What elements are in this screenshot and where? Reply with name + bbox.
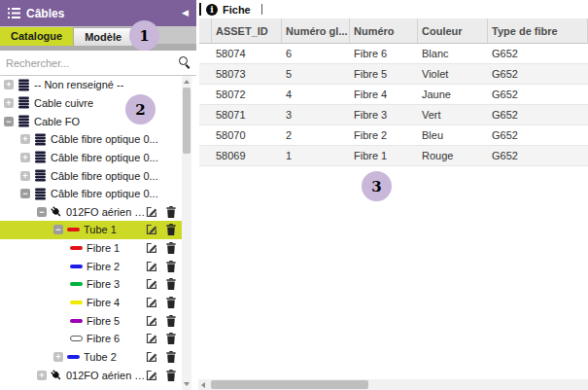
expand-icon[interactable]: + (20, 153, 30, 162)
cable-stack-icon (34, 151, 47, 163)
tree-item[interactable]: +Câble fibre optique 0... (0, 130, 182, 149)
table-cell: 6 (282, 44, 350, 63)
scroll-left-icon[interactable] (201, 382, 205, 388)
column-header[interactable]: Numéro gl... (282, 18, 350, 43)
tree-item[interactable]: −012FO aérien G6... (0, 202, 182, 221)
tree-item-label: Câble fibre optique 0... (51, 188, 158, 199)
column-header[interactable]: Couleur (418, 18, 488, 43)
vertical-scrollbar-thumb[interactable] (183, 88, 190, 154)
trash-icon[interactable] (166, 351, 176, 363)
tree-item-actions (146, 315, 182, 327)
table-row[interactable]: 580702Fibre 2BleuG652 (199, 125, 588, 146)
edit-icon[interactable] (146, 278, 157, 290)
table-cell: 4 (282, 85, 350, 104)
expand-icon[interactable]: + (4, 98, 14, 108)
collapse-icon[interactable]: − (37, 207, 47, 217)
tree-item[interactable]: +-- Non renseigné -- (0, 76, 182, 94)
edit-icon[interactable] (146, 351, 157, 363)
table-row[interactable]: 580724Fibre 4JauneG652 (199, 85, 588, 105)
expand-icon[interactable]: + (4, 80, 14, 89)
tree-item-actions (146, 333, 182, 344)
fibre-color-dash-icon (70, 301, 83, 304)
search-input[interactable] (0, 51, 196, 75)
table-header-row: ASSET_IDNuméro gl...NuméroCouleurType de… (199, 18, 588, 44)
table-cell: 3 (282, 105, 350, 124)
tree-item[interactable]: +012FO aérien G6... (0, 366, 182, 384)
tree-item-label: Fibre 6 (86, 333, 120, 344)
tree-item-label: Fibre 4 (86, 297, 120, 308)
collapse-icon[interactable]: − (20, 189, 30, 198)
trash-icon[interactable] (166, 370, 176, 381)
table-row[interactable]: 580735Fibre 5VioletG652 (199, 64, 588, 85)
collapse-icon[interactable]: − (4, 117, 14, 126)
tree-item[interactable]: +Câble fibre optique 0... (0, 149, 182, 167)
tree-item[interactable]: Fibre 2 (0, 257, 182, 275)
search-icon[interactable] (179, 56, 188, 65)
fiche-tab-bar: i Fiche (196, 0, 588, 18)
fibre-color-dash-icon (70, 319, 83, 323)
edit-icon[interactable] (146, 297, 157, 308)
collapse-icon[interactable]: − (53, 225, 63, 234)
tab-modèle[interactable]: Modèle (73, 27, 133, 46)
tree-item[interactable]: Fibre 3 (0, 275, 182, 294)
table-row[interactable]: 580691Fibre 1RougeG652 (199, 146, 588, 166)
tree-item[interactable]: Fibre 5 (0, 311, 182, 330)
table-cell: 58074 (212, 44, 282, 63)
cable-stack-icon (34, 133, 47, 146)
table-cell: 58072 (212, 85, 282, 104)
vertical-scrollbar[interactable] (182, 76, 191, 390)
trash-icon[interactable] (166, 242, 176, 254)
catalog-tree: +-- Non renseigné --+Cable cuivre−Cable … (0, 76, 182, 390)
edit-icon[interactable] (146, 370, 157, 381)
tree-item[interactable]: +Câble fibre optique 0... (0, 166, 182, 185)
edit-icon[interactable] (146, 242, 157, 254)
table-row[interactable]: 580713Fibre 3VertG652 (199, 105, 588, 125)
tree-item[interactable]: Fibre 4 (0, 294, 182, 312)
horizontal-scrollbar-thumb[interactable] (211, 380, 368, 389)
expand-icon[interactable]: + (53, 352, 63, 362)
table-row[interactable]: 580746Fibre 6BlancG652 (199, 44, 588, 64)
tab-fiche[interactable]: Fiche (223, 4, 251, 16)
tree-item[interactable]: Fibre 6 (0, 330, 182, 348)
edit-icon[interactable] (146, 315, 157, 327)
tree-item-actions (146, 242, 182, 254)
tree-item-label: Tube 2 (84, 351, 117, 363)
expand-icon[interactable]: + (20, 134, 30, 144)
tree-item-label: Fibre 2 (86, 261, 120, 272)
tree-item[interactable]: +Tube 2 (0, 348, 182, 367)
panel-divider (199, 3, 201, 16)
annotation-badge-2: 2 (125, 94, 156, 124)
tree-item[interactable]: Fibre 1 (0, 239, 182, 258)
table-cell: Vert (418, 105, 488, 124)
trash-icon[interactable] (166, 297, 176, 308)
scroll-down-icon[interactable] (184, 382, 190, 386)
column-header[interactable]: Numéro (350, 18, 418, 43)
table-cell: 1 (282, 146, 350, 165)
expand-icon[interactable]: + (20, 171, 30, 181)
tree-item[interactable]: −Tube 1 (0, 221, 182, 239)
expand-icon[interactable]: + (37, 371, 47, 380)
fibre-color-dash-icon (70, 336, 83, 341)
trash-icon[interactable] (166, 261, 176, 272)
edit-icon[interactable] (146, 206, 157, 218)
tab-catalogue[interactable]: Catalogue (0, 27, 73, 46)
table-cell: Fibre 6 (350, 44, 418, 63)
tree-item-label: 012FO aérien G6... (66, 206, 146, 218)
sidebar-tabs: CatalogueModèle (0, 26, 196, 51)
horizontal-scrollbar[interactable] (198, 379, 588, 390)
table-cell: Fibre 3 (350, 105, 418, 124)
edit-icon[interactable] (146, 333, 157, 344)
edit-icon[interactable] (146, 224, 157, 235)
trash-icon[interactable] (166, 206, 176, 218)
collapse-panel-icon[interactable]: ◀ (182, 9, 189, 18)
trash-icon[interactable] (166, 224, 176, 235)
trash-icon[interactable] (166, 315, 176, 327)
edit-icon[interactable] (146, 261, 157, 272)
scroll-up-icon[interactable] (184, 80, 190, 84)
trash-icon[interactable] (166, 333, 176, 344)
column-header[interactable]: ASSET_ID (212, 18, 282, 43)
trash-icon[interactable] (166, 278, 176, 290)
cable-stack-icon (34, 188, 47, 200)
column-header[interactable]: Type de fibre (488, 18, 588, 43)
tree-item[interactable]: −Câble fibre optique 0... (0, 185, 182, 203)
